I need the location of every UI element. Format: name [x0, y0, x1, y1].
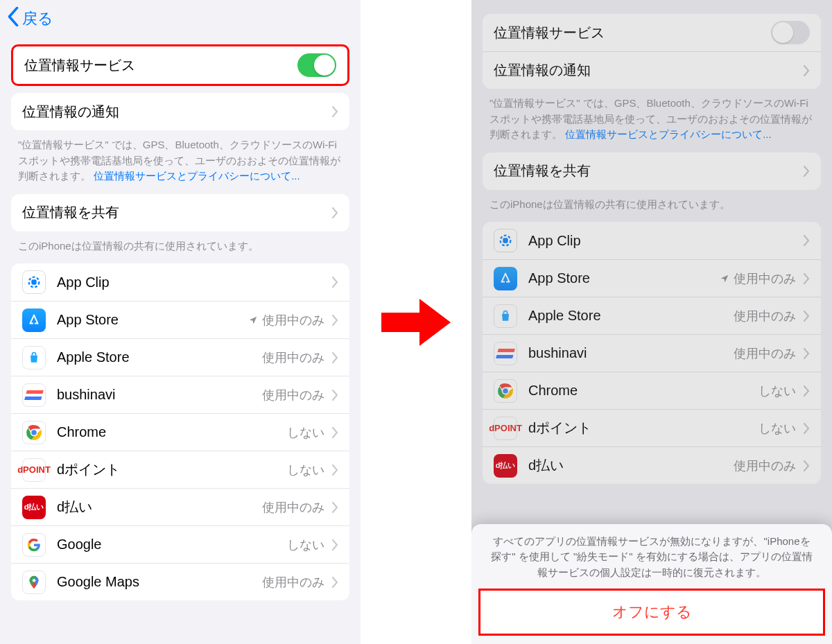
- applestore-icon: [22, 346, 46, 369]
- app-name: App Store: [57, 312, 248, 328]
- app-list: App ClipApp Store使用中のみApple Store使用中のみbu…: [11, 263, 349, 600]
- action-sheet: すべてのアプリの位置情報サービスが無効になりますが、"iPhoneを探す" を使…: [471, 524, 832, 645]
- location-alerts-group: 位置情報の通知: [11, 93, 349, 130]
- chevron-right-icon: [331, 207, 338, 218]
- privacy-link[interactable]: 位置情報サービスとプライバシーについて...: [565, 128, 772, 140]
- chevron-right-icon: [803, 273, 810, 284]
- dbarai-icon: d払い: [494, 454, 517, 478]
- chrome-icon: [22, 421, 46, 444]
- share-location-row[interactable]: 位置情報を共有: [11, 194, 349, 232]
- svg-rect-7: [503, 238, 508, 243]
- applestore-icon: [494, 304, 517, 328]
- location-service-row-highlight: 位置情報サービス: [11, 44, 349, 86]
- chevron-right-icon: [331, 390, 338, 401]
- googlemaps-icon: [22, 571, 46, 594]
- chevron-left-icon: [7, 7, 19, 31]
- app-name: d払い: [57, 498, 262, 516]
- location-service-explain: "位置情報サービス" では、GPS、Bluetooth、クラウドソースのWi-F…: [0, 130, 361, 187]
- app-status: 使用中のみ: [262, 349, 324, 366]
- app-row-appstore[interactable]: App Store使用中のみ: [11, 301, 349, 338]
- app-row-dbarai[interactable]: d払いd払い使用中のみ: [11, 488, 349, 525]
- chevron-right-icon: [803, 423, 810, 434]
- app-row-chrome[interactable]: Chromeしない: [11, 413, 349, 451]
- app-name: App Clip: [57, 275, 331, 290]
- share-location-group: 位置情報を共有: [11, 194, 349, 232]
- chevron-right-icon: [331, 464, 338, 476]
- appstore-icon: [494, 267, 517, 290]
- app-row-dbarai[interactable]: d払いd払い使用中のみ: [483, 446, 821, 484]
- location-service-row[interactable]: 位置情報サービス: [483, 14, 821, 51]
- location-alerts-row[interactable]: 位置情報の通知: [11, 93, 349, 130]
- location-service-row[interactable]: 位置情報サービス: [13, 46, 347, 84]
- location-alerts-label: 位置情報の通知: [22, 103, 331, 121]
- action-sheet-message: すべてのアプリの位置情報サービスが無効になりますが、"iPhoneを探す" を使…: [478, 534, 825, 589]
- dpoint-icon: dPOINT: [22, 458, 46, 482]
- share-location-footer: このiPhoneは位置情報の共有に使用されています。: [471, 190, 832, 216]
- chevron-right-icon: [331, 315, 338, 326]
- app-status: 使用中のみ: [720, 270, 796, 287]
- bushinavi-icon: [494, 342, 517, 365]
- app-row-dpoint[interactable]: dPOINTdポイントしない: [483, 409, 821, 446]
- chevron-right-icon: [331, 352, 338, 363]
- share-location-label: 位置情報を共有: [494, 162, 803, 180]
- location-service-group: 位置情報サービス 位置情報の通知: [483, 14, 821, 89]
- location-alerts-label: 位置情報の通知: [494, 61, 803, 80]
- svg-rect-1: [31, 279, 36, 284]
- app-row-dpoint[interactable]: dPOINTdポイントしない: [11, 451, 349, 488]
- app-row-applestore[interactable]: Apple Store使用中のみ: [11, 338, 349, 376]
- location-service-explain: "位置情報サービス" では、GPS、Bluetooth、クラウドソースのWi-F…: [471, 89, 832, 146]
- app-row-applestore[interactable]: Apple Store使用中のみ: [483, 297, 821, 334]
- app-row-bushinavi[interactable]: bushinavi使用中のみ: [11, 376, 349, 413]
- app-name: bushinavi: [57, 387, 262, 403]
- app-status: 使用中のみ: [734, 345, 796, 362]
- app-status: 使用中のみ: [734, 308, 796, 324]
- share-location-row[interactable]: 位置情報を共有: [483, 153, 821, 190]
- arrow-right-icon: [381, 295, 451, 350]
- app-name: dポイント: [528, 419, 759, 437]
- chevron-right-icon: [331, 427, 338, 438]
- location-service-switch[interactable]: [297, 53, 336, 77]
- turn-off-button[interactable]: オフにする: [478, 589, 825, 636]
- chevron-right-icon: [803, 166, 810, 177]
- app-row-google[interactable]: Googleしない: [11, 525, 349, 563]
- back-button[interactable]: 戻る: [0, 0, 361, 37]
- chevron-right-icon: [331, 106, 338, 117]
- app-status: 使用中のみ: [262, 499, 324, 516]
- chevron-right-icon: [331, 539, 338, 550]
- back-label: 戻る: [22, 8, 53, 29]
- location-alerts-row[interactable]: 位置情報の通知: [483, 51, 821, 89]
- chevron-right-icon: [803, 385, 810, 397]
- chevron-right-icon: [331, 577, 338, 588]
- app-name: Chrome: [57, 424, 287, 440]
- location-service-label: 位置情報サービス: [494, 24, 771, 42]
- privacy-link[interactable]: 位置情報サービスとプライバシーについて...: [94, 170, 300, 182]
- app-status: 使用中のみ: [262, 574, 324, 591]
- app-row-gmaps[interactable]: Google Maps使用中のみ: [11, 563, 349, 600]
- app-row-appclip[interactable]: App Clip: [483, 222, 821, 259]
- chevron-right-icon: [803, 65, 810, 76]
- app-row-chrome[interactable]: Chromeしない: [483, 372, 821, 409]
- chrome-icon: [494, 379, 517, 403]
- bushinavi-icon: [22, 383, 46, 407]
- app-row-appstore[interactable]: App Store使用中のみ: [483, 259, 821, 297]
- dbarai-icon: d払い: [22, 496, 46, 519]
- app-status: しない: [287, 462, 324, 478]
- app-status: 使用中のみ: [248, 312, 324, 329]
- app-row-appclip[interactable]: App Clip: [11, 263, 349, 301]
- app-name: Chrome: [528, 383, 759, 399]
- app-row-bushinavi[interactable]: bushinavi使用中のみ: [483, 334, 821, 372]
- app-status: しない: [759, 383, 796, 399]
- chevron-right-icon: [331, 502, 338, 513]
- svg-point-5: [33, 579, 35, 582]
- location-service-label: 位置情報サービス: [24, 56, 297, 75]
- app-status: 使用中のみ: [262, 387, 324, 403]
- app-status: しない: [287, 537, 324, 553]
- app-name: dポイント: [57, 460, 287, 479]
- location-service-switch[interactable]: [771, 21, 810, 44]
- location-indicator-icon: [720, 274, 729, 284]
- chevron-right-icon: [331, 277, 338, 288]
- app-name: Google Maps: [57, 574, 262, 590]
- appclip-icon: [22, 270, 46, 294]
- app-name: bushinavi: [528, 345, 734, 361]
- appclip-icon: [494, 229, 517, 252]
